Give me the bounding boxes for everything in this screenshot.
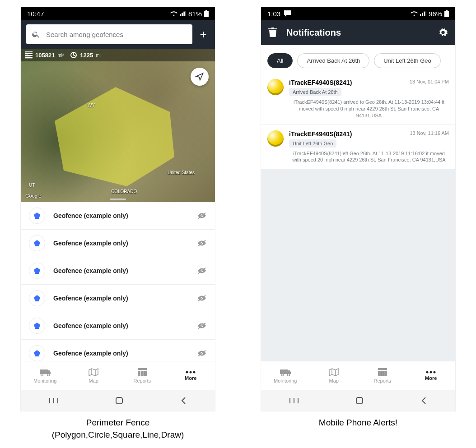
status-battery: 81% <box>188 10 202 18</box>
geofence-row[interactable]: Geofence (example only) <box>21 230 215 257</box>
svg-point-41 <box>434 371 436 374</box>
svg-rect-1 <box>205 10 207 11</box>
phone-geofences: 10:47 81% + WY UT United States COLORADO… <box>20 7 215 411</box>
perimeter-icon <box>70 51 77 59</box>
notifications-list[interactable]: iTrackEF4940S(8241)Arrived Back At 26th1… <box>261 74 455 361</box>
notification-card[interactable]: iTrackEF4940S(8241)Unit Left 26th Geo13 … <box>261 125 455 170</box>
nav-reports[interactable]: Reports <box>358 361 407 390</box>
area-value: 105821 <box>35 52 55 59</box>
map-terrain <box>21 49 215 202</box>
area-unit: mi² <box>57 53 64 58</box>
search-box[interactable] <box>26 24 192 44</box>
trash-icon[interactable] <box>268 28 277 37</box>
home-icon[interactable] <box>355 396 364 405</box>
visibility-toggle[interactable] <box>197 349 207 357</box>
notification-tag: Unit Left 26th Geo <box>289 139 336 148</box>
home-icon[interactable] <box>115 396 124 405</box>
svg-point-33 <box>281 374 283 376</box>
visibility-toggle[interactable] <box>197 212 207 220</box>
bottom-nav: Monitoring Map Reports More <box>21 361 215 390</box>
svg-marker-12 <box>34 323 40 329</box>
svg-rect-29 <box>116 397 122 404</box>
nav-map[interactable]: Map <box>70 361 118 390</box>
notification-desc: iTrackEF4940S(8241) arrived to Geo 26th.… <box>267 99 449 119</box>
gear-icon[interactable] <box>438 28 448 37</box>
nav-map-label: Map <box>89 378 98 383</box>
geofence-label: Geofence (example only) <box>53 267 189 274</box>
map-icon <box>89 368 98 376</box>
status-bar: 1:03 96% <box>261 7 455 20</box>
recents-icon[interactable] <box>289 397 299 404</box>
back-icon[interactable] <box>420 396 427 405</box>
perimeter-unit: mi <box>96 53 101 58</box>
message-icon <box>284 10 291 17</box>
back-icon[interactable] <box>180 396 187 405</box>
filter-chip[interactable]: All <box>267 53 293 68</box>
map-view[interactable]: WY UT United States COLORADO 105821 mi² … <box>21 49 215 202</box>
recents-icon[interactable] <box>49 397 59 404</box>
filter-chip[interactable]: Arrived Back At 26th <box>297 53 369 68</box>
area-icon <box>25 51 33 59</box>
phone-notifications: 1:03 96% Notifications AllArrived Back A… <box>261 7 456 411</box>
battery-icon <box>444 10 449 17</box>
signal-icon <box>420 11 426 16</box>
nav-reports-label: Reports <box>133 378 151 383</box>
map-metrics: 105821 mi² 1225 mi <box>21 49 215 61</box>
geofence-row[interactable]: Geofence (example only) <box>21 312 215 340</box>
svg-rect-30 <box>444 11 449 17</box>
svg-point-25 <box>193 371 196 374</box>
svg-marker-10 <box>34 295 40 301</box>
notification-card[interactable]: iTrackEF4940S(8241)Arrived Back At 26th1… <box>261 74 455 125</box>
svg-point-40 <box>430 371 432 374</box>
geofence-row[interactable]: Geofence (example only) <box>21 340 215 361</box>
visibility-toggle[interactable] <box>197 239 207 247</box>
google-attribution: Google <box>25 193 41 199</box>
system-nav <box>261 390 455 411</box>
geofence-label: Geofence (example only) <box>53 212 189 219</box>
visibility-toggle[interactable] <box>197 322 207 330</box>
wifi-icon <box>411 11 418 16</box>
svg-rect-20 <box>138 371 140 376</box>
geofence-list[interactable]: Geofence (example only)Geofence (example… <box>21 202 215 361</box>
nav-more[interactable]: More <box>167 361 215 390</box>
svg-point-39 <box>426 371 429 374</box>
search-icon <box>32 30 41 39</box>
visibility-toggle[interactable] <box>197 267 207 275</box>
page-title: Notifications <box>286 28 429 38</box>
svg-rect-36 <box>378 371 381 376</box>
svg-marker-6 <box>34 240 40 246</box>
vehicle-icon <box>267 130 284 147</box>
geofence-row[interactable]: Geofence (example only) <box>21 257 215 285</box>
locate-button[interactable] <box>191 68 209 86</box>
notification-title: iTrackEF4940S(8241) <box>289 79 404 86</box>
nav-more-label: More <box>185 375 196 381</box>
svg-rect-31 <box>446 10 448 11</box>
map-label-wy: WY <box>88 103 95 108</box>
svg-rect-35 <box>378 368 387 370</box>
nav-monitoring[interactable]: Monitoring <box>261 361 310 390</box>
geofence-shape-icon <box>29 263 45 279</box>
svg-rect-21 <box>141 371 144 376</box>
geofence-row[interactable]: Geofence (example only) <box>21 285 215 312</box>
geofence-label: Geofence (example only) <box>53 350 189 357</box>
nav-more[interactable]: More <box>407 361 456 390</box>
filter-chip[interactable]: Unit Left 26th Geo <box>374 53 441 68</box>
nav-monitoring[interactable]: Monitoring <box>21 361 70 390</box>
battery-icon <box>204 10 209 17</box>
map-icon <box>329 368 339 376</box>
map-label-co: COLORADO <box>111 189 137 194</box>
geofence-row[interactable]: Geofence (example only) <box>21 202 215 230</box>
nav-reports[interactable]: Reports <box>118 361 167 390</box>
svg-rect-16 <box>40 369 48 374</box>
caption-geofences: Perimeter Fence (Polygon,Circle,Square,L… <box>52 417 184 441</box>
nav-reports-label: Reports <box>373 378 391 383</box>
search-header: + <box>21 20 215 49</box>
nav-map[interactable]: Map <box>310 361 359 390</box>
add-button[interactable]: + <box>197 28 210 42</box>
van-icon <box>280 368 291 376</box>
visibility-toggle[interactable] <box>197 294 207 302</box>
notification-tag: Arrived Back At 26th <box>289 88 341 96</box>
search-input[interactable] <box>45 30 187 39</box>
status-battery: 96% <box>429 10 442 18</box>
drag-handle[interactable] <box>110 199 126 200</box>
